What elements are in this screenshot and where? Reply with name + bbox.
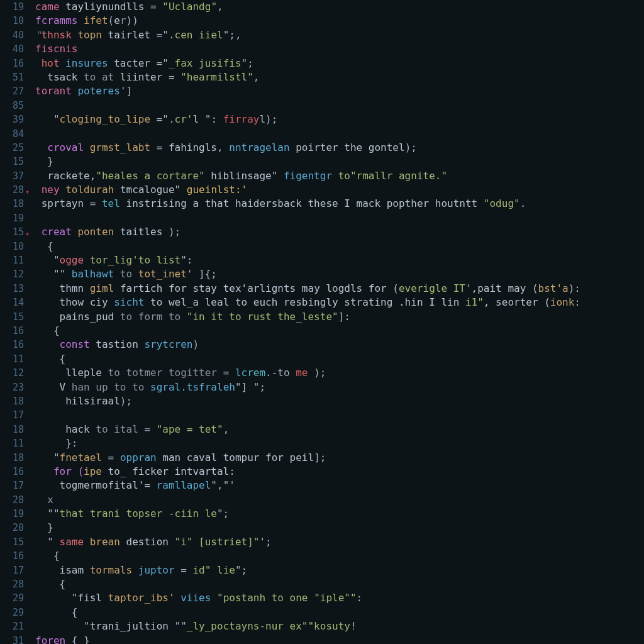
code-line[interactable]: torant poteres'] (35, 84, 644, 98)
code-line[interactable]: tsack to at liinter = "hearmilstl", (35, 70, 644, 84)
token: fahingls (169, 142, 217, 153)
code-line[interactable]: came tayliynundlls = "Uclandg", (35, 0, 644, 14)
code-line[interactable]: "trani_jultion ""_ly_poctayns-nur ex""ko… (35, 619, 644, 633)
line-number: 12 (0, 267, 30, 281)
code-line[interactable]: ▾ ney toldurah tmcalogue" gueinlst:' (35, 183, 644, 197)
code-line[interactable]: { (35, 549, 644, 563)
token: tot_inet (138, 268, 187, 280)
token: const (35, 338, 96, 350)
code-line[interactable]: { (35, 240, 644, 253)
code-line[interactable]: isam tormals juptor = id" lie"; (35, 564, 644, 577)
token: : (229, 465, 235, 477)
code-line[interactable]: } (35, 155, 644, 169)
fold-chevron-icon[interactable]: ▾ (25, 185, 30, 199)
line-number: 16 (0, 324, 30, 338)
code-line[interactable]: ▾ creat ponten taitles ); (35, 225, 644, 239)
token: ,pait may ( (472, 282, 538, 294)
code-line[interactable]: croval grmst_labt = fahingls, nntragelan… (35, 141, 644, 155)
code-line[interactable]: "ogge tor_lig'to list": (35, 253, 644, 267)
code-line[interactable] (35, 127, 644, 141)
token: "" (35, 268, 72, 280)
code-line[interactable]: "fnetael = oppran man caval tompur for p… (35, 451, 644, 465)
token: ionk (550, 296, 575, 308)
token: i1" (465, 296, 484, 308)
token: tormals (90, 564, 138, 576)
code-line[interactable]: }: (35, 436, 644, 450)
code-line[interactable] (35, 408, 644, 422)
token: " (35, 536, 60, 548)
fold-chevron-icon[interactable]: ▾ (25, 227, 30, 241)
code-line[interactable]: } (35, 521, 644, 535)
token: "" (35, 508, 60, 519)
token: } (35, 521, 53, 533)
code-editor[interactable]: 1910404016512785398425153728181915101112… (0, 0, 644, 644)
token: ifet (84, 14, 108, 26)
token: viies (180, 592, 217, 604)
code-line[interactable]: thmn giml fartich for stay tex'arlignts … (35, 282, 644, 296)
token: { (35, 353, 65, 365)
code-line[interactable] (35, 99, 644, 113)
token: ! (350, 620, 357, 632)
token: firray (223, 113, 260, 125)
code-line[interactable] (35, 211, 644, 225)
token: ) (192, 338, 199, 350)
code-line[interactable]: { (35, 577, 644, 591)
code-line[interactable]: { (35, 324, 644, 338)
token: to form to (120, 311, 187, 323)
line-number: 17 (0, 408, 30, 422)
code-line[interactable]: thow ciy sicht to wel_a leal to euch res… (35, 296, 644, 309)
code-line[interactable]: lleple to totmer togitter = lcrem.-to me… (35, 366, 644, 380)
token: isam (35, 564, 90, 576)
token: ipe (84, 465, 108, 477)
code-line[interactable]: V han up to to sgral.tsfraleh"] "; (35, 380, 644, 394)
token: ney (35, 184, 65, 196)
code-line[interactable]: "cloging_to_lipe =".cr'l ": firrayl); (35, 113, 644, 126)
code-line[interactable]: { (35, 606, 644, 619)
token: "; (217, 508, 229, 519)
code-line[interactable]: hot insures tacter ="_fax jusifis"; (35, 57, 644, 70)
code-line[interactable]: " same brean destion "i" [ustriet]"'; (35, 535, 644, 549)
token: ": (180, 254, 192, 266)
token: fartich for stay tex'arlignts may logdls… (120, 282, 399, 294)
code-line[interactable]: for (ipe to_ ficker intvartal: (35, 465, 644, 479)
line-number: 16 (0, 57, 30, 70)
line-number: 21 (0, 619, 30, 633)
token: { (35, 606, 77, 618)
code-line[interactable]: rackete,"heales a cortare" hiblinsage" f… (35, 169, 644, 183)
code-line[interactable]: "thnsk topn tairlet =".cen iiel";, (35, 28, 644, 42)
token: pains_pud (35, 311, 120, 323)
code-line[interactable]: "fisl taptor_ibs' viies "postanh to one … (35, 591, 644, 605)
code-line[interactable]: hilsiraal); (35, 394, 644, 408)
code-area[interactable]: came tayliynundlls = "Uclandg",fcramms i… (30, 0, 644, 644)
code-line[interactable]: fcramms ifet(er)) (35, 14, 644, 28)
token: ); (120, 395, 132, 407)
code-line[interactable]: pains_pud to form to "in it to rust the_… (35, 310, 644, 324)
line-number: 17 (0, 564, 30, 577)
code-line[interactable]: sprtayn = tel instrising a that haidersb… (35, 197, 644, 211)
line-number: 11 (0, 253, 30, 267)
token: poteres (77, 85, 119, 97)
code-line[interactable]: hack to ital = "ape = tet", (35, 423, 644, 436)
token: ]; (314, 452, 326, 464)
token: for ( (35, 465, 84, 477)
line-number: 18 (0, 423, 30, 436)
token: hack (35, 423, 96, 435)
token: figentgr (284, 170, 338, 182)
code-line[interactable]: x (35, 493, 644, 507)
code-line[interactable]: { (35, 352, 644, 366)
token: , (253, 71, 260, 83)
code-line[interactable]: "" balhawt to tot_inet' ]{; (35, 267, 644, 281)
token: { (35, 325, 60, 336)
line-number: 31 (0, 634, 30, 644)
token: x (35, 494, 53, 506)
code-line[interactable]: const tastion srytcren) (35, 338, 644, 352)
token: . (520, 197, 526, 209)
code-line[interactable]: ""that trani topser -ciin le"; (35, 507, 644, 521)
code-line[interactable]: togmermofital'= ramllapel","' (35, 479, 644, 492)
code-line[interactable]: foren { } (35, 634, 644, 644)
token: taptor_ibs' (108, 592, 181, 604)
token: ); (169, 226, 180, 238)
line-number: 18 (0, 197, 30, 211)
token: " (35, 29, 42, 41)
code-line[interactable]: fiscnis (35, 42, 644, 56)
